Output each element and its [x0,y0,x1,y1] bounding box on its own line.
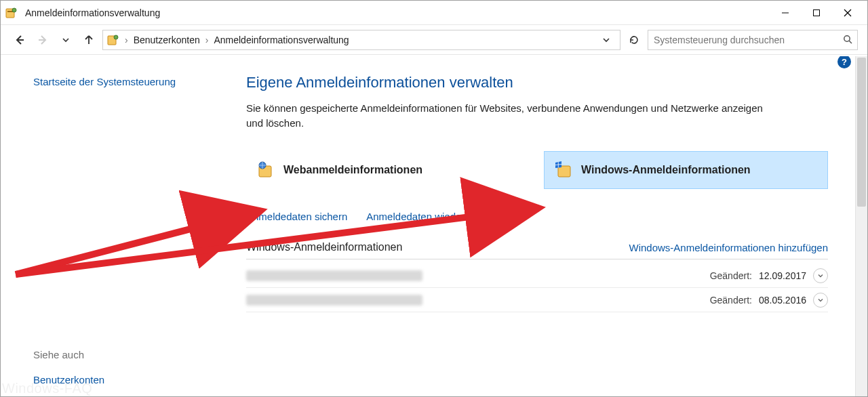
changed-date: 08.05.2016 [759,295,806,306]
breadcrumb-path[interactable]: › Benutzerkonten › Anmeldeinformationsve… [102,30,620,50]
backup-restore-links: Anmeldedaten sichern Anmeldedaten wieder… [246,211,828,222]
chevron-right-icon: › [205,35,209,45]
changed-date: 12.09.2017 [759,270,806,281]
search-input[interactable] [652,34,840,46]
web-credentials-icon [256,161,275,180]
search-box[interactable] [648,30,858,50]
svg-rect-15 [558,166,570,177]
breadcrumb-root-icon [107,34,119,46]
sidebar-home-link[interactable]: Startseite der Systemsteuerung [33,75,231,89]
svg-line-12 [849,41,852,43]
credential-name-blurred [246,270,422,281]
expand-button[interactable] [813,293,828,308]
address-bar: › Benutzerkonten › Anmeldeinformationsve… [1,25,867,55]
vertical-scrollbar[interactable] [855,56,867,396]
search-icon[interactable] [843,35,853,45]
credential-tabs: Webanmeldeinformationen Windows-Anmeldei… [246,151,828,189]
tab-web-credentials[interactable]: Webanmeldeinformationen [246,151,530,189]
svg-point-11 [844,36,850,41]
section-title: Windows-Anmeldeinformationen [246,241,402,253]
windows-credentials-icon [554,161,573,180]
titlebar: Anmeldeinformationsverwaltung [1,1,867,25]
see-also-heading: Siehe auch [33,349,231,360]
breadcrumb-dropdown-button[interactable] [597,30,616,49]
changed-label: Geändert: [710,295,752,306]
content-area: Startseite der Systemsteuerung Siehe auc… [1,56,867,396]
credential-row[interactable]: Geändert: 12.09.2017 [246,264,828,288]
window-controls [770,3,863,23]
window-title: Anmeldeinformationsverwaltung [25,7,160,18]
maximize-button[interactable] [801,3,832,23]
refresh-button[interactable] [625,30,644,49]
forward-button[interactable] [33,30,52,49]
restore-credentials-link[interactable]: Anmeldedaten wiederherstellen [366,211,509,222]
changed-label: Geändert: [710,270,752,281]
tab-windows-label: Windows-Anmeldeinformationen [581,164,751,176]
credential-row[interactable]: Geändert: 08.05.2016 [246,288,828,312]
scrollbar-thumb[interactable] [857,58,866,207]
tab-windows-credentials[interactable]: Windows-Anmeldeinformationen [544,151,828,189]
backup-credentials-link[interactable]: Anmeldedaten sichern [246,211,347,222]
breadcrumb-segment[interactable]: Benutzerkonten [134,35,200,45]
watermark-text: Windows-FAQ [2,381,92,396]
expand-button[interactable] [813,268,828,283]
svg-rect-4 [814,9,820,16]
sidebar: Startseite der Systemsteuerung Siehe auc… [1,56,238,396]
page-title: Eigene Anmeldeinformationen verwalten [246,74,828,91]
svg-point-10 [114,35,118,39]
add-windows-credential-link[interactable]: Windows-Anmeldeinformationen hinzufügen [629,242,829,253]
credential-manager-app-icon [5,6,18,20]
tab-web-label: Webanmeldeinformationen [283,164,422,176]
back-button[interactable] [10,30,29,49]
minimize-button[interactable] [770,3,801,23]
up-button[interactable] [79,30,98,49]
svg-point-2 [12,8,16,12]
help-icon[interactable]: ? [837,56,851,68]
page-description: Sie können gespeicherte Anmeldeinformati… [246,101,775,131]
window-frame: Anmeldeinformationsverwaltung [0,0,868,397]
section-header: Windows-Anmeldeinformationen Windows-Anm… [246,241,828,259]
breadcrumb-segment[interactable]: Anmeldeinformationsverwaltung [214,35,349,45]
close-button[interactable] [832,3,863,23]
credential-name-blurred [246,295,422,306]
chevron-right-icon: › [125,35,128,45]
main-panel: ? Eigene Anmeldeinformationen verwalten … [238,56,855,396]
recent-dropdown-button[interactable] [56,30,75,49]
